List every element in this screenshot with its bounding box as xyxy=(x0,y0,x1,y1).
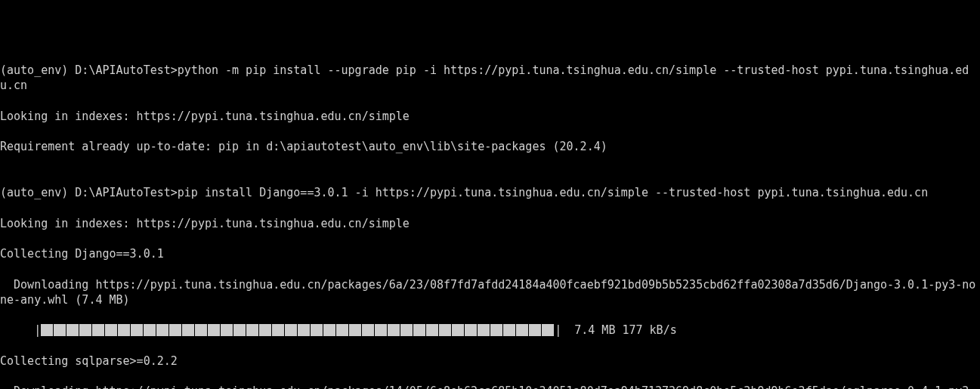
progress-block-icon xyxy=(465,324,477,336)
progress-block-icon xyxy=(221,324,233,336)
progress-block-icon xyxy=(54,324,66,336)
progress-block-icon xyxy=(285,324,297,336)
progress-block-icon xyxy=(182,324,194,336)
progress-block-icon xyxy=(516,324,528,336)
terminal-line: Looking in indexes: https://pypi.tuna.ts… xyxy=(0,216,980,231)
progress-block-icon xyxy=(105,324,117,336)
progress-block-icon xyxy=(272,324,284,336)
progress-block-icon xyxy=(208,324,220,336)
progress-text: 7.4 MB 177 kB/s xyxy=(567,323,677,338)
progress-block-icon xyxy=(79,324,91,336)
progress-indent: | xyxy=(0,323,41,338)
progress-block-icon xyxy=(156,324,168,336)
progress-block-icon xyxy=(478,324,490,336)
progress-block-icon xyxy=(542,324,554,336)
progress-block-icon xyxy=(529,324,541,336)
terminal-line: Requirement already up-to-date: pip in d… xyxy=(0,139,980,154)
progress-block-icon xyxy=(233,324,246,336)
progress-block-icon xyxy=(246,324,258,336)
progress-block-icon xyxy=(92,324,104,336)
progress-block-icon xyxy=(490,324,502,336)
progress-block-icon xyxy=(362,324,374,336)
terminal-line: Downloading https://pypi.tuna.tsinghua.e… xyxy=(0,277,980,308)
terminal-line: Collecting sqlparse>=0.2.2 xyxy=(0,353,980,369)
progress-pipe: | xyxy=(555,323,561,338)
progress-block-icon xyxy=(336,324,348,336)
progress-block-icon xyxy=(452,324,464,336)
progress-block-icon xyxy=(439,324,451,336)
progress-block-icon xyxy=(169,324,181,336)
progress-block-icon xyxy=(400,324,413,336)
progress-block-icon xyxy=(311,324,323,336)
terminal-line: Downloading https://pypi.tuna.tsinghua.e… xyxy=(0,384,980,389)
progress-block-icon xyxy=(144,324,156,336)
progress-block-icon xyxy=(349,324,361,336)
progress-block-icon xyxy=(66,324,79,336)
progress-block-icon xyxy=(131,324,143,336)
progress-block-icon xyxy=(426,324,438,336)
terminal-line: Collecting Django==3.0.1 xyxy=(0,246,980,261)
progress-block-icon xyxy=(195,324,207,336)
progress-block-icon xyxy=(298,324,310,336)
terminal-line: (auto_env) D:\APIAutoTest>pip install Dj… xyxy=(0,185,980,200)
terminal-line: (auto_env) D:\APIAutoTest>python -m pip … xyxy=(0,63,980,94)
progress-block-icon xyxy=(413,324,425,336)
progress-block-icon xyxy=(388,324,400,336)
progress-block-icon xyxy=(375,324,387,336)
progress-block-icon xyxy=(41,324,53,336)
progress-block-icon xyxy=(323,324,335,336)
progress-block-icon xyxy=(259,324,271,336)
terminal-line: Looking in indexes: https://pypi.tuna.ts… xyxy=(0,109,980,124)
progress-bar xyxy=(41,324,555,336)
progress-line: | | 7.4 MB 177 kB/s xyxy=(0,323,980,338)
progress-block-icon xyxy=(503,324,515,336)
progress-block-icon xyxy=(118,324,130,336)
